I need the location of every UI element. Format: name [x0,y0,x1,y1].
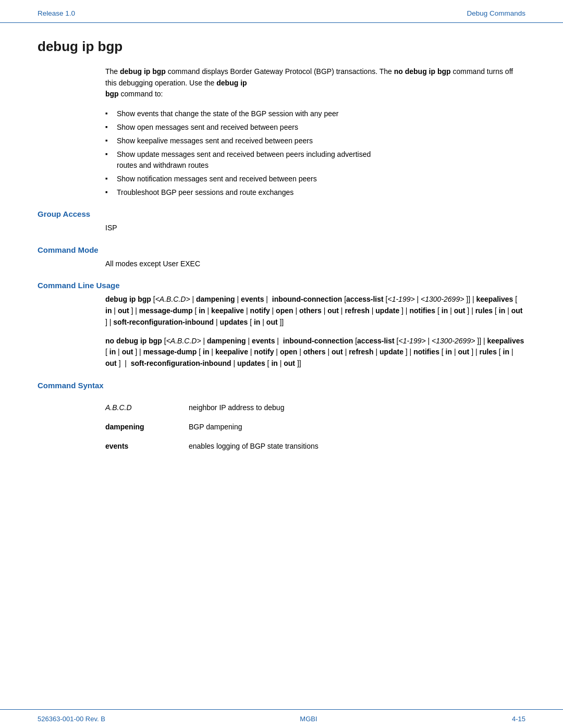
page-header: Release 1.0 Debug Commands [0,0,563,23]
param-dampening: dampening [105,417,189,437]
desc-dampening: BGP dampening [189,417,501,437]
command-line-usage-cmd2: no debug ip bgp [<A.B.C.D> | dampening |… [105,336,525,369]
list-item: Show update messages sent and received b… [105,149,525,171]
footer-doc-number: 526363-001-00 Rev. B [38,715,105,723]
list-item: Show keepalive messages sent and receive… [105,135,525,146]
bullet-list: Show events that change the state of the… [105,108,525,198]
footer-page-number: 4-15 [512,715,525,723]
table-row: A.B.C.D neighbor IP address to debug [105,398,501,417]
group-access-heading: Group Access [38,209,525,218]
page-title: debug ip bgp [38,39,525,55]
header-release: Release 1.0 [38,9,75,17]
command-syntax-heading: Command Syntax [38,381,525,390]
desc-events: enables logging of BGP state transitions [189,437,501,456]
command-mode-body: All modes except User EXEC [105,258,525,270]
footer-product: MGBI [300,715,317,723]
command-mode-heading: Command Mode [38,245,525,254]
syntax-table: A.B.C.D neighbor IP address to debug dam… [105,398,501,456]
table-row: events enables logging of BGP state tran… [105,437,501,456]
intro-paragraph: The debug ip bgp command displays Border… [105,66,525,100]
command-line-usage-heading: Command Line Usage [38,281,525,290]
param-events: events [105,437,189,456]
list-item: Show open messages sent and received bet… [105,122,525,133]
table-row: dampening BGP dampening [105,417,501,437]
cmd-debug-ip-bgp: debug ip bgp [120,67,166,76]
list-item: Troubleshoot BGP peer sessions and route… [105,187,525,198]
page: Release 1.0 Debug Commands debug ip bgp … [0,0,563,728]
command-line-usage-cmd1: debug ip bgp [<A.B.C.D> | dampening | ev… [105,294,525,328]
cmd-no-debug: no debug ip bgp [394,67,451,76]
list-item: Show events that change the state of the… [105,108,525,119]
desc-abcd: neighbor IP address to debug [189,398,501,417]
param-abcd: A.B.C.D [105,398,189,417]
header-section: Debug Commands [467,9,525,17]
list-item: Show notification messages sent and rece… [105,174,525,184]
page-content: debug ip bgp The debug ip bgp command di… [0,23,563,709]
group-access-body: ISP [105,223,525,234]
page-footer: 526363-001-00 Rev. B MGBI 4-15 [0,709,563,728]
cmd-debug-ref: debug ipbgp [105,79,247,98]
